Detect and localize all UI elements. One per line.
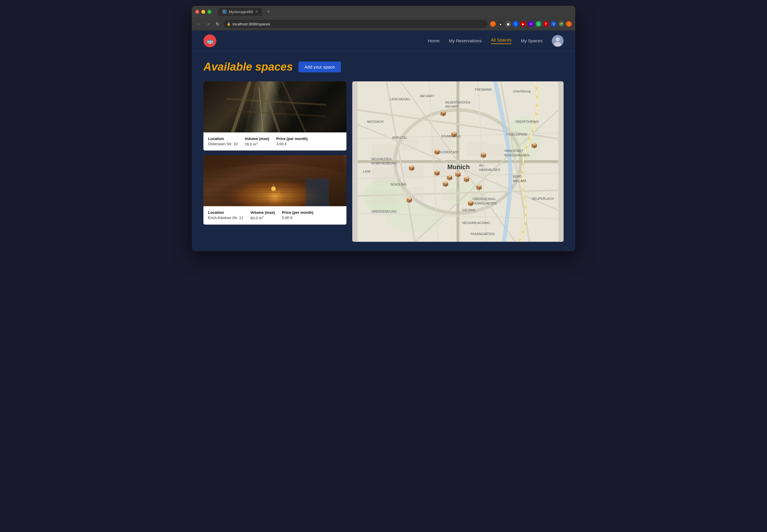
map-label-unterfoehring: Unterföhring <box>513 90 531 93</box>
space-image-attic <box>203 81 346 132</box>
navbar: 🚌 Home My Reservations All Spaces My Spa… <box>192 30 575 51</box>
map-label-laim: LAIM <box>363 170 370 173</box>
map-label-au-haidhausen: AU-HAIDHAUSEN <box>479 163 500 172</box>
svg-point-1 <box>556 37 560 41</box>
maximize-button[interactable] <box>207 10 211 14</box>
svg-rect-55 <box>441 189 461 200</box>
svg-rect-48 <box>487 144 504 156</box>
ext-icon-4[interactable]: S <box>513 21 519 27</box>
price-label-2: Price (per month) <box>282 210 313 215</box>
map-label-berg-am-laim: BERGAM LAIM <box>513 174 526 183</box>
user-avatar[interactable] <box>552 35 564 47</box>
map-marker-9[interactable]: 📦 <box>463 176 470 183</box>
tab-favicon: 🔵 <box>222 10 226 14</box>
map-label-fideliopark: FIDELIOPARK <box>507 133 528 136</box>
svg-rect-53 <box>372 190 396 204</box>
security-icon: 🔒 <box>227 22 231 26</box>
svg-rect-49 <box>372 167 398 183</box>
attic-svg <box>203 81 346 132</box>
ext-icon-11[interactable]: ⬡ <box>566 21 572 27</box>
nav-links: Home My Reservations All Spaces My Space… <box>428 35 564 47</box>
tab-title: Mystorage489 <box>229 10 253 14</box>
location-label-1: Location <box>208 137 237 141</box>
back-button[interactable]: ← <box>195 20 202 27</box>
map-label-obergiesing: OBERGIESING-FASANGARTEN <box>473 197 497 206</box>
map-label-milbertshofen: MILBERTSHOFEN-AM HART <box>446 101 471 109</box>
svg-rect-22 <box>305 179 329 206</box>
price-value-2: 5.00 € <box>282 216 313 220</box>
price-value-1: 3.00 € <box>276 142 307 146</box>
svg-rect-45 <box>401 139 418 150</box>
ext-icon-1[interactable]: 🛡 <box>490 21 496 27</box>
map-marker-6[interactable]: 📦 <box>434 169 441 176</box>
map-label-sendling: SENDLING <box>390 183 407 186</box>
add-space-button[interactable]: Add your space <box>298 62 340 72</box>
volume-label-1: Volume (max) <box>244 137 269 141</box>
map-marker-12[interactable]: 📦 <box>406 197 413 204</box>
map-marker-13[interactable]: 📦 <box>467 200 474 207</box>
nav-home[interactable]: Home <box>428 38 440 43</box>
map-label-neuharlaching: NEUHARLACHING <box>462 221 490 225</box>
browser-extensions: 🛡 ▲ ◼ S ▶ U G P V 🧩 ⬡ <box>490 21 572 27</box>
map-label-neuperlach: NEUPERLACH <box>532 197 554 200</box>
ext-icon-3[interactable]: ◼ <box>505 21 511 27</box>
map-label-obersendling: OBERSENDLING <box>371 210 397 213</box>
space-card-1[interactable]: Location Osterseen Str. 10 Volume (max) … <box>203 81 346 151</box>
ext-icon-2[interactable]: ▲ <box>498 21 504 27</box>
map-marker-5[interactable]: 📦 <box>408 165 415 171</box>
space-image-cellar <box>203 155 346 206</box>
volume-value-2: 60.0 m3 <box>250 216 275 220</box>
map-marker-7[interactable]: 📦 <box>446 174 453 181</box>
map-marker-4[interactable]: 📦 <box>480 152 487 159</box>
map-label-moosach: MOOSACH <box>367 120 384 123</box>
spaces-layout: Location Osterseen Str. 10 Volume (max) … <box>203 81 564 242</box>
price-label-1: Price (per month) <box>276 137 307 141</box>
map-marker-11[interactable]: 📦 <box>476 184 483 191</box>
cellar-svg <box>203 155 346 206</box>
map-marker-8[interactable]: 📦 <box>455 171 462 178</box>
map-label-borstel: BÖRSTEL <box>393 136 408 139</box>
nav-my-reservations[interactable]: My Reservations <box>449 38 482 43</box>
ext-icon-10[interactable]: 🧩 <box>558 21 564 27</box>
space-card-info-2: Location Erich-Kästner-Str. 11 Volume (m… <box>203 206 346 224</box>
map-label-munich: Munich <box>448 163 470 171</box>
map-label-bogenhausen: PARKSTADTBOGENHAUSEN <box>504 149 530 158</box>
ext-icon-7[interactable]: G <box>536 21 541 27</box>
spaces-list: Location Osterseen Str. 10 Volume (max) … <box>203 81 346 242</box>
volume-value-1: 78.0 m3 <box>244 142 269 146</box>
map-label-lerchenau: LERCHENAU <box>390 97 410 101</box>
tab-close-button[interactable]: ✕ <box>255 10 258 14</box>
forward-button[interactable]: → <box>205 20 212 27</box>
map-marker-14[interactable]: 📦 <box>531 142 538 149</box>
nav-my-spaces[interactable]: My Spaces <box>521 38 543 43</box>
page-title: Available spaces <box>203 61 293 73</box>
map-label-freimann: FREIMANN <box>475 88 492 91</box>
map-marker-3[interactable]: 📦 <box>434 148 441 155</box>
svg-point-2 <box>554 42 561 47</box>
ext-icon-5[interactable]: ▶ <box>520 21 526 27</box>
map-marker-1[interactable]: 📦 <box>440 110 447 117</box>
location-value-1: Osterseen Str. 10 <box>208 142 237 146</box>
space-card-2[interactable]: Location Erich-Kästner-Str. 11 Volume (m… <box>203 155 346 224</box>
ext-icon-9[interactable]: V <box>551 21 557 27</box>
ext-icon-8[interactable]: P <box>543 21 549 27</box>
location-value-2: Erich-Kästner-Str. 11 <box>208 216 243 220</box>
map-marker-2[interactable]: 📦 <box>450 131 457 138</box>
reload-button[interactable]: ↻ <box>214 20 221 27</box>
map-marker-10[interactable]: 📦 <box>442 181 449 188</box>
map-label-amhart: AM HART <box>420 94 434 98</box>
minimize-button[interactable] <box>201 10 205 14</box>
map-label-giesing: GIESING <box>462 208 476 212</box>
new-tab-button[interactable]: + <box>267 9 270 15</box>
map-label-neuhausen: NEUHAUSEN-NYMPHENBURG <box>371 157 397 166</box>
map-label-oberfoehring: OBERFÖHRING <box>515 120 539 123</box>
close-button[interactable] <box>195 10 199 14</box>
volume-label-2: Volume (max) <box>250 210 275 215</box>
app-logo[interactable]: 🚌 <box>203 34 216 47</box>
space-card-info-1: Location Osterseen Str. 10 Volume (max) … <box>203 132 346 151</box>
nav-all-spaces[interactable]: All Spaces <box>491 37 512 44</box>
map-container[interactable]: LERCHENAU AM HART Unterföhring FREIMANN … <box>352 81 564 242</box>
map-label-fasangarten: FASANGARTEN <box>471 232 495 236</box>
ext-icon-6[interactable]: U <box>528 21 534 27</box>
address-bar[interactable]: localhost:3000/spaces <box>233 22 270 26</box>
